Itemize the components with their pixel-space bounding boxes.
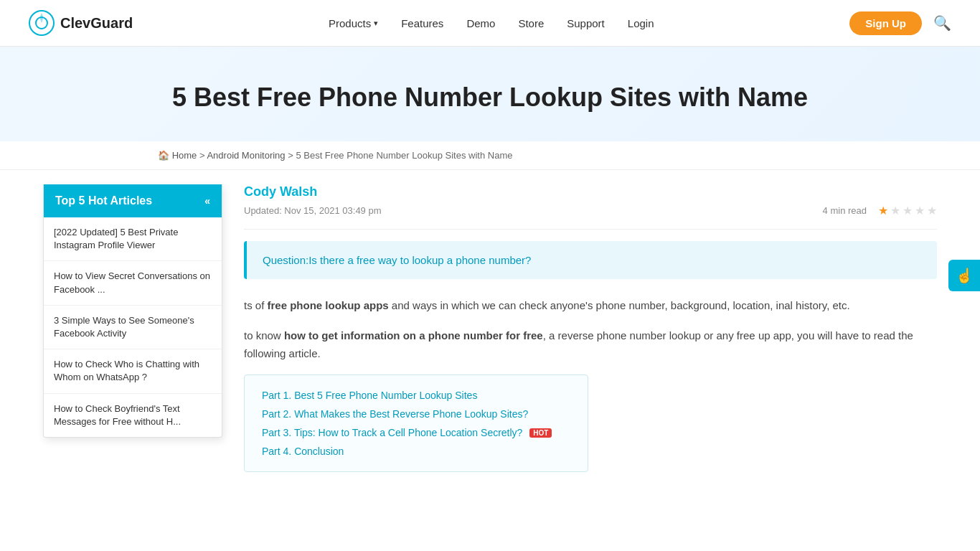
article-paragraph-1: ts of free phone lookup apps and ways in… [244, 296, 937, 315]
hot-badge: HOT [529, 428, 552, 438]
star-5: ★ [927, 204, 937, 217]
header: ClevGuard Products ▾ Features Demo Store… [0, 0, 980, 47]
toc-part4[interactable]: Part 4. Conclusion [262, 446, 570, 457]
breadcrumb: 🏠 Home > Android Monitoring > 5 Best Fre… [0, 141, 980, 170]
question-box: Question:Is there a free way to lookup a… [244, 241, 937, 279]
nav-features[interactable]: Features [401, 17, 443, 29]
hot-article-4[interactable]: How to Check Who is Chatting with Whom o… [44, 349, 222, 393]
star-rating: ★ ★ ★ ★ ★ [878, 204, 937, 217]
updated-date: Updated: Nov 15, 2021 03:49 pm [244, 205, 382, 216]
main-layout: Top 5 Hot Articles « [2022 Updated] 5 Be… [0, 170, 980, 486]
hot-articles-list: [2022 Updated] 5 Best Private Instagram … [44, 217, 222, 437]
signup-button[interactable]: Sign Up [849, 11, 922, 35]
sidebar: Top 5 Hot Articles « [2022 Updated] 5 Be… [0, 170, 222, 486]
star-1: ★ [878, 204, 888, 217]
logo-area[interactable]: ClevGuard [29, 10, 133, 36]
author-name[interactable]: Cody Walsh [244, 184, 937, 199]
main-nav: Products ▾ Features Demo Store Support L… [329, 17, 654, 29]
hot-article-5[interactable]: How to Check Boyfriend's Text Messages f… [44, 394, 222, 437]
hot-articles-title: Top 5 Hot Articles [55, 194, 152, 207]
search-button[interactable]: 🔍 [933, 14, 951, 32]
toc-part2[interactable]: Part 2. What Makes the Best Reverse Phon… [262, 408, 570, 420]
para1-text2: and ways in which we can check anyone's … [389, 299, 850, 311]
breadcrumb-sep2: > [288, 150, 296, 161]
article-paragraph-2: to know how to get information on a phon… [244, 326, 937, 363]
article-content: Cody Walsh Updated: Nov 15, 2021 03:49 p… [222, 170, 980, 486]
question-text: Question:Is there a free way to lookup a… [263, 254, 531, 266]
chevron-down-icon: ▾ [374, 19, 378, 28]
hand-icon: ☝ [956, 267, 974, 284]
hot-article-2[interactable]: How to View Secret Conversations on Face… [44, 261, 222, 305]
hero-section: 5 Best Free Phone Number Lookup Sites wi… [0, 47, 980, 141]
nav-actions: Sign Up 🔍 [849, 11, 951, 35]
breadcrumb-home[interactable]: Home [172, 150, 197, 161]
float-action-button[interactable]: ☝ [948, 260, 980, 291]
breadcrumb-current: 5 Best Free Phone Number Lookup Sites wi… [296, 150, 512, 161]
table-of-contents: Part 1. Best 5 Free Phone Number Lookup … [244, 375, 588, 472]
toc-part3-text: Part 3. Tips: How to Track a Cell Phone … [262, 427, 522, 438]
hot-article-1[interactable]: [2022 Updated] 5 Best Private Instagram … [44, 217, 222, 261]
star-2: ★ [890, 204, 900, 217]
breadcrumb-sep1: > [199, 150, 207, 161]
nav-store[interactable]: Store [518, 17, 544, 29]
min-read: 4 min read [823, 205, 867, 216]
home-icon: 🏠 [158, 150, 169, 161]
chevron-left-icon[interactable]: « [204, 195, 210, 207]
para1-text1: ts of [244, 299, 268, 311]
search-icon: 🔍 [933, 15, 951, 31]
star-3: ★ [903, 204, 913, 217]
read-meta: 4 min read ★ ★ ★ ★ ★ [823, 204, 937, 217]
article-meta: Cody Walsh Updated: Nov 15, 2021 03:49 p… [244, 184, 937, 230]
toc-part1[interactable]: Part 1. Best 5 Free Phone Number Lookup … [262, 390, 570, 401]
nav-products[interactable]: Products ▾ [329, 17, 378, 29]
nav-demo[interactable]: Demo [466, 17, 495, 29]
nav-login[interactable]: Login [628, 17, 654, 29]
toc-part3[interactable]: Part 3. Tips: How to Track a Cell Phone … [262, 427, 570, 438]
clevguard-logo-icon [29, 10, 55, 36]
hot-articles-widget: Top 5 Hot Articles « [2022 Updated] 5 Be… [43, 184, 222, 438]
hot-articles-header: Top 5 Hot Articles « [44, 184, 222, 217]
breadcrumb-android[interactable]: Android Monitoring [207, 150, 285, 161]
para2-text1: to know [244, 329, 284, 342]
hot-article-3[interactable]: 3 Simple Ways to See Someone's Facebook … [44, 306, 222, 349]
logo-text: ClevGuard [60, 15, 133, 32]
meta-row: Updated: Nov 15, 2021 03:49 pm 4 min rea… [244, 204, 937, 217]
star-4: ★ [915, 204, 925, 217]
page-title: 5 Best Free Phone Number Lookup Sites wi… [14, 83, 966, 113]
para2-bold: how to get information on a phone number… [284, 329, 543, 342]
para1-bold: free phone lookup apps [268, 299, 389, 311]
nav-support[interactable]: Support [567, 17, 605, 29]
